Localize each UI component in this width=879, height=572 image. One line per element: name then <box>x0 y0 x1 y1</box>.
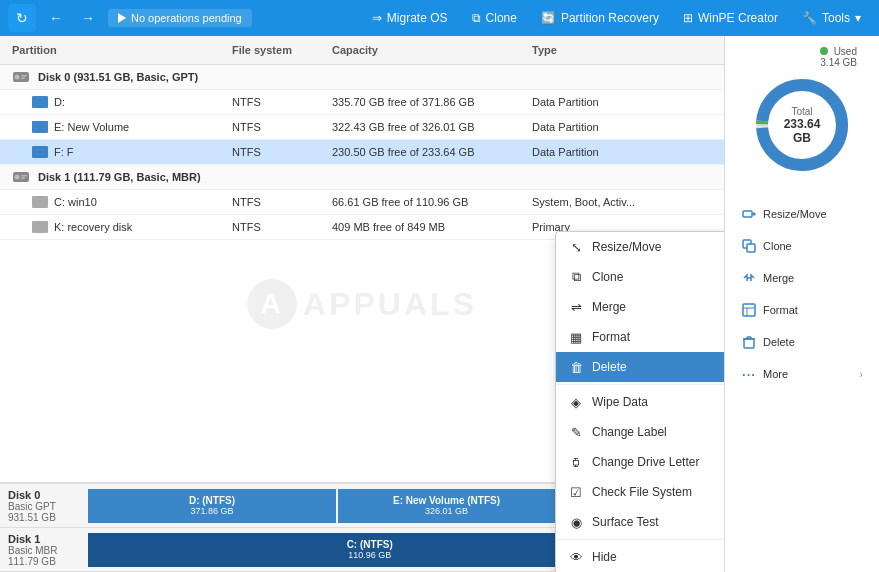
disk0-seg-e-size: 326.01 GB <box>425 506 468 516</box>
ctx-wipe-data[interactable]: ◈ Wipe Data <box>556 387 724 417</box>
disk0-e-fs: NTFS <box>220 115 320 139</box>
more-chevron-icon: › <box>859 368 863 380</box>
donut-chart: Total 233.64 GB <box>747 70 857 180</box>
toolbar: ⇒ Migrate OS ⧉ Clone 🔄 Partition Recover… <box>362 7 871 29</box>
right-delete-button[interactable]: Delete <box>733 328 871 356</box>
disk1-icon <box>12 170 30 184</box>
disk1-c-row[interactable]: C: win10 NTFS 66.61 GB free of 110.96 GB… <box>0 190 724 215</box>
ctx-surface-test[interactable]: ◉ Surface Test <box>556 507 724 537</box>
right-more-button[interactable]: ··· More › <box>733 360 871 388</box>
col-type: Type <box>520 42 724 58</box>
ctx-change-drive-icon: ⧮ <box>568 454 584 470</box>
ctx-delete[interactable]: 🗑 Delete <box>556 352 724 382</box>
disk1-visual-label: Disk 1 Basic MBR 111.79 GB <box>8 533 88 567</box>
svg-rect-16 <box>743 304 755 316</box>
disk1-c-icon <box>32 196 48 208</box>
col-filesystem: File system <box>220 42 320 58</box>
ctx-surface-icon: ◉ <box>568 514 584 530</box>
disk1-label: Disk 1 (111.79 GB, Basic, MBR) <box>38 171 201 183</box>
tools-button[interactable]: 🔧 Tools ▾ <box>792 7 871 29</box>
partition-recovery-button[interactable]: 🔄 Partition Recovery <box>531 7 669 29</box>
disk0-f-type: Data Partition <box>520 140 724 164</box>
ctx-check-icon: ☑ <box>568 484 584 500</box>
migrate-os-icon: ⇒ <box>372 11 382 25</box>
partition-recovery-icon: 🔄 <box>541 11 556 25</box>
ctx-clone[interactable]: ⧉ Clone <box>556 262 724 292</box>
disk1-k-name: K: recovery disk <box>0 215 220 239</box>
migrate-os-button[interactable]: ⇒ Migrate OS <box>362 7 458 29</box>
disk0-f-row[interactable]: F: F NTFS 230.50 GB free of 233.64 GB Da… <box>0 140 724 165</box>
disk0-seg-e-label: E: New Volume (NTFS) <box>393 495 500 506</box>
disk1-seg-c-size: 110.96 GB <box>348 550 391 560</box>
no-ops-indicator: No operations pending <box>108 9 252 27</box>
redo-button[interactable]: → <box>76 6 100 30</box>
ctx-change-label[interactable]: ✎ Change Label <box>556 417 724 447</box>
disk0-f-name: F: F <box>0 140 220 164</box>
right-merge-icon <box>741 270 757 286</box>
svg-rect-14 <box>747 244 755 252</box>
disk0-visual-size: 931.51 GB <box>8 512 88 523</box>
partition-panel: A APPUALS Partition File system Capacity… <box>0 36 724 572</box>
ctx-divider1 <box>556 384 724 385</box>
disk0-visual-name: Disk 0 <box>8 489 88 501</box>
svg-rect-6 <box>21 175 27 177</box>
disk1-group: Disk 1 (111.79 GB, Basic, MBR) C: win10 … <box>0 165 724 240</box>
disk0-d-capacity: 335.70 GB free of 371.86 GB <box>320 90 520 114</box>
disk0-d-row[interactable]: D: NTFS 335.70 GB free of 371.86 GB Data… <box>0 90 724 115</box>
ctx-merge[interactable]: ⇌ Merge <box>556 292 724 322</box>
ctx-change-drive-letter[interactable]: ⧮ Change Drive Letter <box>556 447 724 477</box>
main-content: A APPUALS Partition File system Capacity… <box>0 36 879 572</box>
right-resize-icon <box>741 206 757 222</box>
svg-point-1 <box>15 75 20 80</box>
disk1-seg-c-label: C: (NTFS) <box>347 539 393 550</box>
winpe-creator-button[interactable]: ⊞ WinPE Creator <box>673 7 788 29</box>
disk0-e-icon <box>32 121 48 133</box>
disk1-visual-size: 111.79 GB <box>8 556 88 567</box>
disk1-visual-name: Disk 1 <box>8 533 88 545</box>
right-clone-icon <box>741 238 757 254</box>
ctx-change-label-icon: ✎ <box>568 424 584 440</box>
watermark: A APPUALS <box>247 279 477 329</box>
disk0-e-type: Data Partition <box>520 115 724 139</box>
right-clone-button[interactable]: Clone <box>733 232 871 260</box>
ctx-delete-icon: 🗑 <box>568 359 584 375</box>
clone-button[interactable]: ⧉ Clone <box>462 7 527 29</box>
ctx-resize-move[interactable]: ⤡ Resize/Move <box>556 232 724 262</box>
right-format-button[interactable]: Format <box>733 296 871 324</box>
ctx-format[interactable]: ▦ Format <box>556 322 724 352</box>
undo-button[interactable]: ← <box>44 6 68 30</box>
svg-rect-3 <box>21 78 25 80</box>
clone-icon: ⧉ <box>472 11 481 25</box>
disk0-visual-type: Basic GPT <box>8 501 88 512</box>
svg-point-5 <box>15 175 20 180</box>
ctx-divider2 <box>556 539 724 540</box>
ctx-wipe-icon: ◈ <box>568 394 584 410</box>
svg-rect-19 <box>744 339 754 348</box>
right-resize-move-button[interactable]: Resize/Move <box>733 200 871 228</box>
svg-rect-7 <box>21 178 25 180</box>
ctx-hide[interactable]: 👁 Hide <box>556 542 724 572</box>
right-more-icon: ··· <box>741 366 757 382</box>
table-header: Partition File system Capacity Type <box>0 36 724 65</box>
disk1-k-capacity: 409 MB free of 849 MB <box>320 215 520 239</box>
disk0-label-row: Disk 0 (931.51 GB, Basic, GPT) <box>0 65 724 90</box>
play-icon <box>118 13 126 23</box>
disk1-c-name: C: win10 <box>0 190 220 214</box>
title-bar: ↻ ← → No operations pending ⇒ Migrate OS… <box>0 0 879 36</box>
right-panel: Used 3.14 GB Total 233.64 GB <box>724 36 879 572</box>
right-merge-button[interactable]: Merge <box>733 264 871 292</box>
svg-rect-11 <box>743 211 752 217</box>
ctx-check-file-system[interactable]: ☑ Check File System <box>556 477 724 507</box>
tools-chevron-icon: ▾ <box>855 11 861 25</box>
disk0-e-row[interactable]: E: New Volume NTFS 322.43 GB free of 326… <box>0 115 724 140</box>
disk1-k-fs: NTFS <box>220 215 320 239</box>
disk0-seg-d[interactable]: D: (NTFS) 371.86 GB <box>88 489 336 523</box>
right-buttons: Resize/Move Clone <box>733 200 871 388</box>
refresh-button[interactable]: ↻ <box>8 4 36 32</box>
disk0-seg-e[interactable]: E: New Volume (NTFS) 326.01 GB <box>338 489 555 523</box>
ctx-hide-icon: 👁 <box>568 549 584 565</box>
winpe-creator-icon: ⊞ <box>683 11 693 25</box>
ctx-clone-icon: ⧉ <box>568 269 584 285</box>
used-label-area: Used 3.14 GB <box>747 46 857 68</box>
right-delete-icon <box>741 334 757 350</box>
